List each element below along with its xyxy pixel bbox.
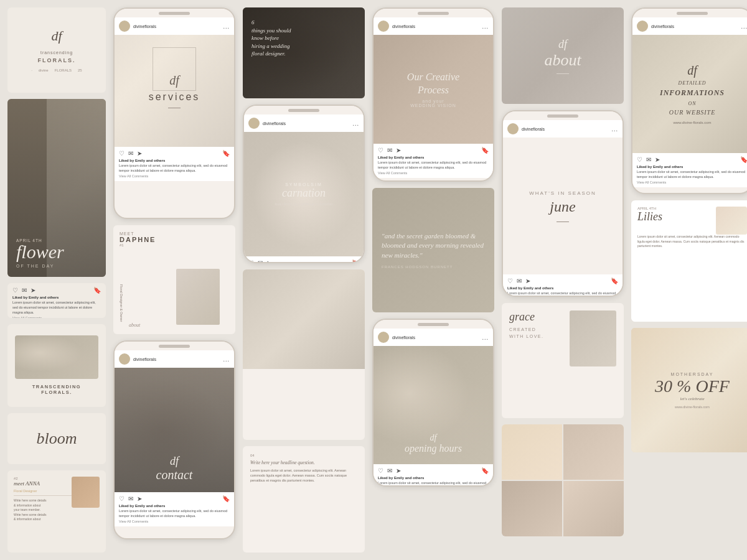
info-insta-name[interactable]: divineflorals — [651, 24, 738, 29]
question-text: Lorem ipsum dolor sit amet, consectetur … — [250, 468, 357, 483]
geo-square — [153, 47, 196, 91]
daphne-meet: meet — [120, 231, 229, 236]
wedding-dots[interactable]: ... — [482, 23, 489, 30]
car-heart[interactable]: ♡ — [248, 259, 254, 263]
car-comment[interactable]: ✉ — [258, 259, 263, 263]
bloom-title: bloom — [37, 429, 77, 448]
season-dots[interactable]: ... — [612, 126, 619, 133]
wedding-avatar — [378, 21, 389, 32]
column-3: 6things you shouldknow beforehiring a we… — [243, 7, 365, 553]
column-1: df transcending FLORALS. · divine FLORAL… — [7, 7, 106, 553]
s-caption: Lorem ipsum dolor sit amet, consectetur … — [119, 164, 230, 173]
question-num: 04 — [250, 454, 357, 457]
bookmark-icon[interactable]: 🔖 — [93, 287, 101, 294]
c-heart[interactable]: ♡ — [119, 495, 125, 502]
se-comment[interactable]: ✉ — [517, 278, 522, 284]
i-heart[interactable]: ♡ — [637, 156, 642, 163]
main-layout: df transcending FLORALS. · divine FLORAL… — [0, 0, 747, 560]
carnation-dots[interactable]: ... — [353, 120, 360, 127]
c-share[interactable]: ➤ — [137, 495, 142, 502]
c-comment[interactable]: ✉ — [128, 495, 133, 502]
flower-title: flower — [16, 243, 97, 261]
quote-text: "and the secret garden bloomed & bloomed… — [382, 231, 485, 260]
heart-icon[interactable]: ♡ — [12, 287, 18, 294]
grid-item-3 — [502, 481, 562, 536]
services-dots[interactable]: ... — [223, 23, 230, 30]
comment-icon[interactable]: ✉ — [22, 287, 27, 294]
car-share[interactable]: ➤ — [266, 259, 271, 263]
o-bookmark[interactable]: 🔖 — [481, 467, 489, 474]
view-comments[interactable]: View All Comments — [12, 316, 101, 318]
carnation-label: SYMBOLSIM — [285, 182, 322, 187]
services-line — [168, 108, 181, 108]
s-heart[interactable]: ♡ — [119, 150, 125, 157]
info-dots[interactable]: ... — [741, 23, 748, 30]
w-heart[interactable]: ♡ — [378, 147, 383, 154]
contact-text-group: df contact — [156, 455, 193, 482]
w-share[interactable]: ➤ — [396, 147, 401, 154]
contact-img: df contact — [115, 368, 234, 492]
s-comment[interactable]: ✉ — [128, 150, 133, 157]
se-bookmark[interactable]: 🔖 — [611, 278, 618, 284]
w-bookmark[interactable]: 🔖 — [481, 147, 489, 154]
services-img: df services — [115, 35, 234, 147]
i-bookmark[interactable]: 🔖 — [740, 156, 747, 163]
opening-title: opening hours — [405, 443, 462, 454]
services-footer: ♡ ✉ ➤ 🔖 Liked by Emily and others Lorem … — [115, 147, 234, 181]
w-caption: Lorem ipsum dolor sit amet, consectetur … — [378, 161, 489, 170]
photo-grid-card — [502, 424, 624, 536]
question-title: Write here your headline question. — [250, 460, 357, 465]
c-liked: Liked by Emily and others — [119, 504, 230, 508]
info-header: divineflorals ... — [632, 17, 747, 35]
transcend-img — [15, 335, 98, 379]
about-card: df about — [502, 7, 624, 104]
services-phone: divineflorals ... df services ♡ ✉ ➤ 🔖 Li… — [113, 7, 235, 219]
c-bookmark[interactable]: 🔖 — [222, 495, 230, 502]
question-card: 04 Write here your headline question. Lo… — [243, 446, 365, 553]
se-heart[interactable]: ♡ — [507, 278, 513, 284]
info-phone: divineflorals ... df detailed INFORMATIO… — [631, 7, 747, 194]
o-comment[interactable]: ✉ — [387, 467, 392, 474]
car-bookmark[interactable]: 🔖 — [352, 259, 359, 263]
six-things-text: 6things you shouldknow beforehiring a we… — [243, 7, 365, 69]
c-comments[interactable]: View All Comments — [119, 520, 230, 523]
s-comments[interactable]: View All Comments — [119, 174, 230, 178]
s-bookmark[interactable]: 🔖 — [222, 150, 230, 157]
bloom-card: bloom — [7, 413, 106, 465]
carnation-img: SYMBOLSIM carnation love / femininity / … — [244, 132, 364, 256]
percent-card: MOTHERSDAY 30 % OFF let's celebrate www.… — [631, 328, 747, 452]
season-notch — [503, 111, 622, 120]
i-comment[interactable]: ✉ — [646, 156, 651, 163]
o-heart[interactable]: ♡ — [378, 467, 383, 474]
with-design-card: with ROMANTIC-LED DESIGN — [243, 269, 365, 440]
services-avatar — [119, 21, 130, 32]
carnation-title: carnation — [282, 187, 326, 200]
season-insta-name[interactable]: divineflorals — [522, 127, 609, 131]
flower-insta-footer: ♡ ✉ ➤ 🔖 Liked by Emily and others Lorem … — [7, 283, 106, 318]
services-insta-name[interactable]: divineflorals — [133, 24, 220, 29]
anna-card: #2 meet ANNA Floral Designer Write here … — [7, 470, 106, 553]
o-share[interactable]: ➤ — [396, 467, 401, 474]
carnation-avatar — [248, 118, 260, 129]
wedding-insta-name[interactable]: divineflorals — [392, 24, 479, 29]
se-caption: Lorem ipsum dolor sit amet, consectetur … — [507, 291, 618, 297]
daphne-card: meet DAPHNE #1 Floral Designer & Owner a… — [113, 225, 235, 334]
w-comment[interactable]: ✉ — [387, 147, 392, 154]
quote-card: "and the secret garden bloomed & bloomed… — [372, 188, 494, 312]
contact-dots[interactable]: ... — [223, 356, 230, 363]
percent-num: 30 % OFF — [655, 376, 730, 396]
daphne-name: DAPHNE — [120, 236, 229, 243]
w-comments[interactable]: View All Comments — [378, 171, 489, 175]
i-comments[interactable]: View All Comments — [637, 180, 747, 184]
contact-insta-name[interactable]: divineflorals — [133, 357, 220, 362]
opening-insta-name[interactable]: divineflorals — [392, 335, 479, 340]
share-icon[interactable]: ➤ — [31, 287, 35, 294]
i-share[interactable]: ➤ — [655, 156, 660, 163]
opening-dots[interactable]: ... — [482, 334, 489, 341]
se-share[interactable]: ➤ — [525, 278, 530, 284]
services-insta-header: divineflorals ... — [115, 17, 234, 35]
carnation-insta-name[interactable]: divineflorals — [263, 121, 350, 126]
s-share[interactable]: ➤ — [137, 150, 142, 157]
opening-footer: ♡ ✉ ➤ 🔖 Liked by Emily and others Lorem … — [374, 464, 493, 487]
services-notch — [115, 9, 234, 17]
